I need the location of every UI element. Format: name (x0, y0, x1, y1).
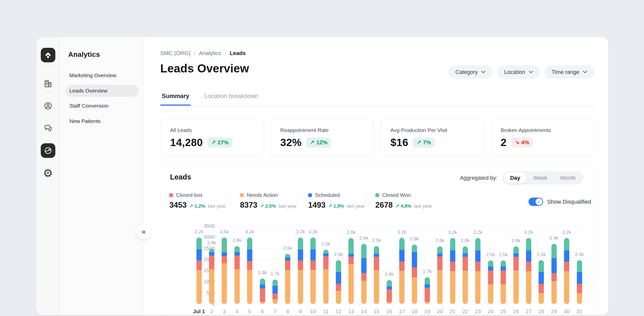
bar-segment-closed-won (361, 244, 367, 258)
bar-17[interactable] (399, 238, 405, 304)
bar-26[interactable] (513, 246, 519, 304)
bar-segment-scheduled (564, 250, 569, 262)
legend-divider (366, 193, 366, 211)
bar-segment-needs-action (526, 271, 531, 304)
legend-label: Needs Action (247, 192, 278, 198)
kpi-label: Avg Production Per Visit (390, 127, 474, 133)
category-filter-button[interactable]: Category (448, 65, 493, 79)
breadcrumb-item[interactable]: Analytics (199, 50, 221, 57)
legend-item-scheduled: Scheduled1493↗ 1,9%last year (308, 192, 365, 210)
buildings-icon[interactable] (44, 79, 53, 88)
bar-3[interactable] (222, 238, 227, 304)
bar-27[interactable] (526, 238, 531, 304)
bar-16[interactable] (387, 280, 392, 304)
tab-location-breakdown[interactable]: Location breakdown (203, 91, 260, 105)
bar-22[interactable] (463, 246, 468, 304)
bar-5[interactable] (247, 238, 252, 304)
x-axis-label: 10 (310, 308, 316, 314)
bar-19[interactable] (425, 277, 430, 304)
show-disqualified-toggle[interactable]: ✓ (529, 198, 543, 206)
bar-14[interactable] (361, 244, 367, 304)
chat-icon[interactable] (44, 123, 53, 132)
kpi-label: All Leads (170, 127, 254, 133)
sidebar-item-marketing-overview[interactable]: Marketing Overview (65, 69, 139, 81)
bar-13[interactable] (348, 238, 354, 304)
bar-segment-scheduled (374, 254, 379, 257)
bar-total-label: 3.2k (245, 229, 254, 235)
bar-segment-scheduled (539, 272, 544, 284)
bar-segment-scheduled (361, 258, 367, 273)
x-axis-label: 13 (348, 308, 354, 314)
aggregation-option-week[interactable]: Week (527, 172, 554, 184)
bar-segment-scheduled (234, 252, 240, 256)
bar-segment-closed-lost (323, 256, 329, 269)
bar-2[interactable] (209, 249, 214, 304)
bar-28[interactable] (539, 260, 544, 304)
breadcrumb-item[interactable]: SMC (ORG) (160, 50, 190, 57)
bar-11[interactable] (323, 250, 329, 304)
x-axis-label: 26 (513, 308, 519, 314)
tab-bar: SummaryLocation breakdown (160, 91, 594, 106)
bar-12[interactable] (336, 260, 341, 304)
tab-summary[interactable]: Summary (160, 91, 191, 105)
bar-segment-closed-won (323, 250, 329, 253)
bar-total-label: 2.6k (283, 245, 292, 251)
collapse-icon: « (142, 227, 146, 236)
bar-total-label: 1.7k (423, 269, 432, 274)
bar-7[interactable] (272, 280, 278, 304)
legend-item-needs-action: Needs Action8373↗ 2,5%last year (240, 192, 297, 210)
bar-segment-closed-won (272, 280, 278, 286)
bar-9[interactable] (298, 238, 303, 304)
bar-6[interactable] (260, 279, 265, 304)
bar-29[interactable] (551, 244, 557, 304)
bar-24[interactable] (488, 260, 493, 304)
time-range-filter-button[interactable]: Time range (545, 65, 594, 79)
bar-segment-closed-won (336, 260, 341, 272)
sidebar-item-leads-overview[interactable]: Leads Overview (65, 85, 139, 97)
bar-25[interactable] (501, 260, 506, 304)
bar-31[interactable] (577, 260, 582, 304)
kpi-value: 2 (501, 137, 507, 149)
bar-8[interactable] (285, 254, 290, 304)
sidebar-item-staff-conversion[interactable]: Staff Conversion (65, 100, 139, 112)
x-axis-label: 9 (299, 308, 302, 314)
bar-total-label: 2.5k (499, 252, 508, 257)
pie-chart-icon[interactable] (41, 143, 55, 158)
x-axis-label: 31 (576, 308, 582, 314)
bar-segment-closed-won (298, 238, 303, 249)
bar-23[interactable] (475, 238, 480, 304)
legend-color-swatch (375, 193, 379, 197)
x-axis-label: 11 (323, 308, 329, 314)
bar-20[interactable] (437, 246, 442, 304)
bar-segment-closed-lost (272, 294, 278, 299)
bar-segment-needs-action (272, 299, 278, 304)
gear-icon[interactable]: ⚙ (43, 168, 53, 179)
chevron-down-icon (481, 71, 486, 73)
bar-segment-scheduled (577, 272, 582, 284)
bar-segment-needs-action (323, 269, 329, 304)
bar-10[interactable] (310, 238, 316, 304)
aggregation-option-day[interactable]: Day (504, 172, 527, 184)
bar-21[interactable] (450, 238, 455, 304)
bar-4[interactable] (234, 246, 240, 304)
bar-segment-closed-won (539, 260, 544, 272)
user-icon[interactable] (44, 101, 53, 110)
bar-18[interactable] (412, 245, 417, 304)
bar-segment-closed-lost (222, 256, 227, 263)
x-axis-label: 27 (526, 308, 532, 314)
bar-segment-needs-action (412, 277, 417, 304)
bar-jul-1[interactable] (196, 238, 202, 304)
trend-arrow-icon: ↗ (211, 139, 216, 146)
aggregation-option-month[interactable]: Month (554, 172, 582, 184)
bar-total-label: 2.5k (321, 241, 330, 247)
logo-icon[interactable] (41, 48, 55, 62)
x-axis-label: 18 (412, 308, 417, 314)
bar-segment-closed-lost (260, 288, 265, 302)
bar-30[interactable] (564, 238, 569, 304)
legend-divider (230, 193, 230, 211)
location-filter-button[interactable]: Location (497, 65, 540, 79)
legend-value: 3453 (169, 201, 187, 210)
collapse-sidebar-button[interactable]: « (136, 224, 151, 239)
sidebar-item-new-patients[interactable]: New Patients (65, 115, 139, 127)
bar-15[interactable] (374, 246, 379, 304)
